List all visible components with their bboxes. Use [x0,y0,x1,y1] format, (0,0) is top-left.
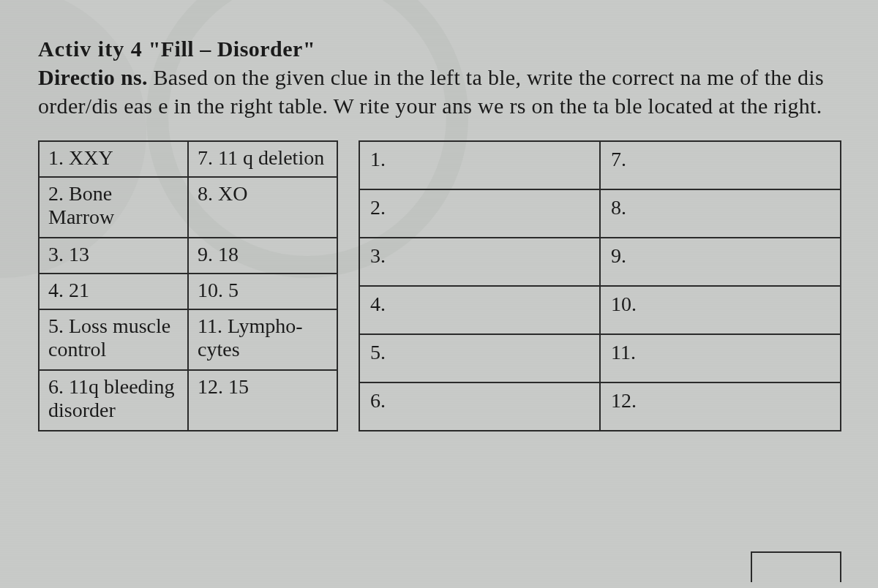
table-row: 5. Loss muscle control 11. Lympho- cytes [39,309,337,370]
clue-table: 1. XXY 7. 11 q deletion 2. Bone Marrow 8… [38,140,338,431]
table-row: 1. XXY 7. 11 q deletion [39,141,337,177]
answer-cell[interactable]: 5. [359,334,600,382]
answer-cell[interactable]: 6. [359,382,600,431]
answer-cell[interactable]: 9. [600,238,841,286]
table-row: 3. 9. [359,238,841,286]
clue-cell: 7. 11 q deletion [188,141,337,177]
table-row: 6. 11q bleeding disorder 12. 15 [39,370,337,431]
table-row: 2. Bone Marrow 8. XO [39,177,337,238]
clue-cell: 3. 13 [39,238,188,274]
clue-cell: 1. XXY [39,141,188,177]
answer-cell[interactable]: 10. [600,286,841,334]
clue-cell: 5. Loss muscle control [39,309,188,370]
answer-cell[interactable]: 7. [600,141,841,189]
activity-title: Activ ity 4 "Fill – Disorder" [38,37,841,61]
answer-table: 1. 7. 2. 8. 3. 9. 4. 10. 5. 11. [359,140,841,431]
answer-cell[interactable]: 8. [600,189,841,238]
clue-cell: 8. XO [188,177,337,238]
answer-cell[interactable]: 1. [359,141,600,189]
partial-box [751,551,841,582]
activity-name: "Fill – Disorder" [149,37,315,61]
clue-cell: 11. Lympho- cytes [188,309,337,370]
answer-cell[interactable]: 12. [600,382,841,431]
table-row: 2. 8. [359,189,841,238]
clue-cell: 6. 11q bleeding disorder [39,370,188,431]
clue-cell: 9. 18 [188,238,337,274]
table-row: 3. 13 9. 18 [39,238,337,274]
table-row: 4. 10. [359,286,841,334]
directions-label: Directio ns. [38,65,148,89]
clue-cell: 12. 15 [188,370,337,431]
clue-cell: 2. Bone Marrow [39,177,188,238]
table-row: 5. 11. [359,334,841,382]
answer-cell[interactable]: 4. [359,286,600,334]
answer-cell[interactable]: 2. [359,189,600,238]
answer-cell[interactable]: 3. [359,238,600,286]
clue-cell: 10. 5 [188,274,337,309]
table-row: 4. 21 10. 5 [39,274,337,309]
directions-text: Based on the given clue in the left ta b… [38,65,824,118]
directions: Directio ns. Based on the given clue in … [38,63,841,120]
table-row: 1. 7. [359,141,841,189]
answer-cell[interactable]: 11. [600,334,841,382]
clue-cell: 4. 21 [39,274,188,309]
activity-number: Activ ity 4 [38,37,143,61]
table-row: 6. 12. [359,382,841,431]
